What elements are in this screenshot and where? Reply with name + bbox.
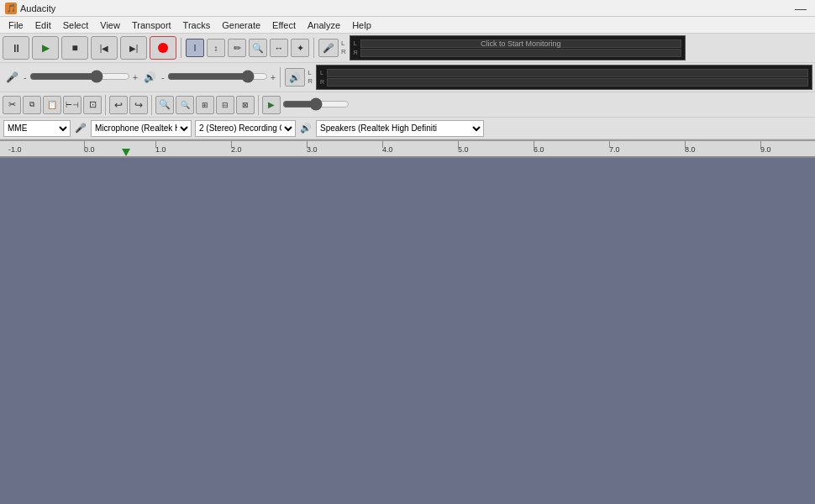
zoom-tool-button[interactable]: 🔍	[249, 39, 267, 57]
timeline-label: 4.0	[382, 145, 393, 154]
app-icon: 🎵	[5, 3, 17, 14]
menu-generate[interactable]: Generate	[217, 19, 266, 31]
separator3	[280, 67, 281, 87]
separator6	[258, 95, 259, 115]
microphone-icon: 🎤	[6, 71, 18, 83]
speaker-icon: 🔊	[144, 71, 156, 83]
input-channels-select[interactable]: 2 (Stereo) Recording Channe	[195, 120, 296, 137]
copy-button[interactable]: ⧉	[23, 96, 41, 114]
app-title: Audacity	[20, 3, 55, 13]
timeline-tick	[685, 141, 686, 148]
cut-icon: ✂	[8, 99, 16, 110]
lr-label-playback: LR	[308, 69, 313, 85]
skip-back-button[interactable]: |◀	[91, 36, 118, 60]
output-device-select[interactable]: Speakers (Realtek High Definiti	[316, 120, 484, 137]
mic-monitor-button[interactable]: 🎤	[318, 39, 339, 57]
playback-volume-slider-container	[167, 70, 268, 85]
zoom-selection-button[interactable]: ⊞	[196, 96, 214, 114]
envelope-tool-button[interactable]: ↕	[207, 39, 225, 57]
zoom-in-button[interactable]: 🔍	[155, 96, 174, 114]
menu-edit[interactable]: Edit	[30, 19, 56, 31]
menu-help[interactable]: Help	[347, 19, 376, 31]
separator5	[151, 95, 152, 115]
undo-button[interactable]: ↩	[109, 96, 128, 114]
timeline-cursor	[122, 149, 130, 156]
zoom-sel-icon: ⊞	[202, 101, 208, 109]
mic-volume-icon: 🎤	[3, 68, 21, 87]
zoom-out-icon: 🔍	[181, 101, 190, 109]
menu-view[interactable]: View	[95, 19, 125, 31]
zoom-fit-button[interactable]: ⊟	[216, 96, 234, 114]
skip-forward-button[interactable]: ▶|	[120, 36, 147, 60]
trim-button[interactable]: ⊢⊣	[63, 96, 82, 114]
timeline-tick	[231, 141, 232, 148]
track-area[interactable]	[0, 158, 815, 469]
timeline-label: 8.0	[685, 145, 696, 154]
multi-tool-button[interactable]: ✦	[291, 39, 309, 57]
playback-meter-button[interactable]: 🔊	[285, 68, 305, 87]
silence-button[interactable]: ⊡	[83, 96, 102, 114]
timeline-tick	[760, 141, 761, 148]
skip-back-icon: |◀	[100, 44, 109, 53]
timeline-label: 6.0	[534, 145, 544, 154]
timeline-tick	[382, 141, 383, 148]
toolbars-container: ⏸ ▶ ■ |◀ ▶| I ↕ ✏ 🔍 ↔	[0, 34, 815, 141]
zoom-width-button[interactable]: ⊠	[236, 96, 255, 114]
pause-button[interactable]: ⏸	[3, 36, 29, 60]
playback-meter[interactable]: L R	[316, 65, 812, 90]
stop-button[interactable]: ■	[61, 36, 88, 60]
input-device-select[interactable]: Microphone (Realtek High D	[91, 120, 192, 137]
undo-icon: ↩	[114, 99, 123, 111]
click-to-start-label: Click to Start Monitoring	[481, 39, 561, 48]
menu-select[interactable]: Select	[58, 19, 94, 31]
timeline-tick	[609, 141, 610, 148]
trim-icon: ⊢⊣	[66, 101, 79, 109]
device-row: MME 🎤 Microphone (Realtek High D 2 (Ster…	[0, 118, 815, 139]
titlebar: 🎵 Audacity —	[0, 0, 815, 17]
zoom-out-button[interactable]: 🔍	[176, 96, 194, 114]
timeline-label: 0.0	[84, 145, 95, 154]
menu-effect[interactable]: Effect	[267, 19, 301, 31]
toolbar-row1: ⏸ ▶ ■ |◀ ▶| I ↕ ✏ 🔍 ↔	[0, 34, 815, 63]
separator1	[181, 38, 181, 58]
silence-icon: ⊡	[89, 99, 97, 110]
audio-api-select[interactable]: MME	[3, 120, 71, 137]
menu-transport[interactable]: Transport	[127, 19, 176, 31]
mic-volume-slider[interactable]	[29, 70, 130, 83]
toolbar-row2: 🎤 - + 🔊 - + 🔊 LR L R	[0, 63, 815, 92]
mic-input-icon: 🎤	[74, 119, 87, 138]
multi-tool-icon: ✦	[297, 43, 304, 54]
redo-button[interactable]: ↪	[129, 96, 148, 114]
draw-tool-button[interactable]: ✏	[228, 39, 246, 57]
record-button[interactable]	[150, 36, 176, 60]
envelope-tool-icon: ↕	[214, 44, 218, 53]
stop-icon: ■	[71, 42, 77, 54]
playback-speed-slider[interactable]	[282, 97, 350, 111]
menu-tracks[interactable]: Tracks	[178, 19, 216, 31]
record-icon	[158, 43, 168, 53]
menu-analyze[interactable]: Analyze	[302, 19, 345, 31]
timeline-ruler: -1.0 0.0 1.0 2.0 3.0 4.0 5.0 6.0 7.0 8.0…	[0, 141, 815, 158]
pause-icon: ⏸	[11, 42, 22, 55]
play-speed-icon: ▶	[268, 100, 275, 109]
timeshift-tool-button[interactable]: ↔	[270, 39, 288, 57]
timeline-tick	[458, 141, 459, 148]
timeline-tick	[84, 141, 85, 148]
skip-forward-icon: ▶|	[129, 44, 139, 53]
timeline-label: 9.0	[760, 145, 771, 154]
cut-button[interactable]: ✂	[3, 96, 21, 114]
redo-icon: ↪	[134, 99, 143, 111]
speaker-device-icon: 🔊	[300, 123, 312, 134]
lr-label-top: LR	[341, 39, 346, 55]
mic-device-icon: 🎤	[75, 123, 87, 134]
paste-button[interactable]: 📋	[43, 96, 61, 114]
input-meter[interactable]: L Click to Start Monitoring R	[350, 35, 686, 60]
timeline-tick	[307, 141, 308, 148]
play-at-speed-button[interactable]: ▶	[262, 96, 281, 114]
menu-file[interactable]: File	[3, 19, 29, 31]
play-button[interactable]: ▶	[32, 36, 59, 60]
copy-icon: ⧉	[29, 100, 34, 109]
playback-volume-slider[interactable]	[167, 70, 268, 83]
selection-tool-button[interactable]: I	[186, 39, 204, 57]
minimize-button[interactable]: —	[791, 2, 810, 15]
